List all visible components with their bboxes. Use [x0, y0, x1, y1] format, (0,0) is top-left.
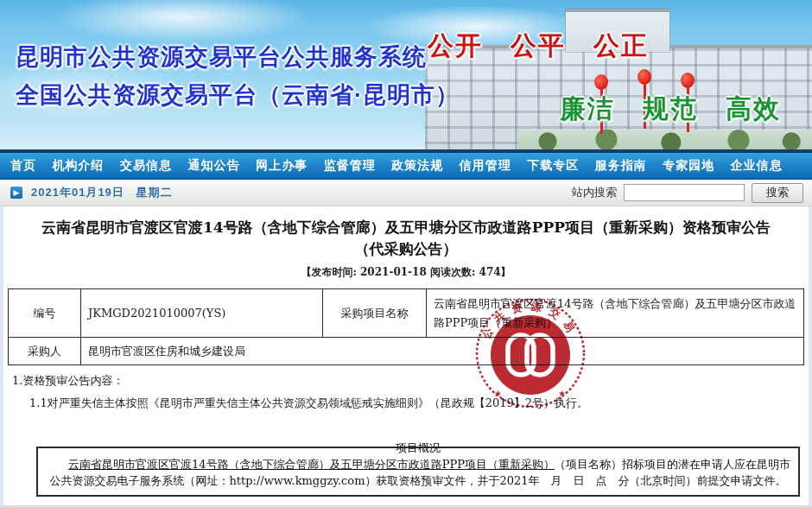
- nav-item-home[interactable]: 首页: [10, 158, 36, 174]
- cell-number-value: JKMGD2021010007(YS): [81, 289, 323, 338]
- table-row: 采购人 昆明市官渡区住房和城乡建设局: [9, 338, 804, 365]
- nav-item-notices[interactable]: 通知公告: [188, 158, 240, 174]
- nav-item-supervision[interactable]: 监督管理: [324, 158, 376, 174]
- article-content: 云南省昆明市官渡区官渡14号路（含地下综合管廊）及五甲塘分区市政道路PPP项目（…: [0, 206, 812, 505]
- nav-item-enterprise-info[interactable]: 企业信息: [731, 158, 783, 174]
- cell-project-name-value: 云南省昆明市官渡区官渡14号路（含地下综合管廊）及五甲塘分区市政道路PPP项目（…: [427, 289, 804, 338]
- table-row: 编号 JKMGD2021010007(YS) 采购项目名称 云南省昆明市官渡区官…: [9, 289, 804, 338]
- red-lantern-decoration: [638, 69, 651, 85]
- red-lantern-decoration: [681, 73, 695, 88]
- publish-info: 【发布时间: 2021-01-18 阅读次数: 474】: [3, 265, 809, 280]
- project-overview-box: 项目概况 云南省昆明市官渡区官渡14号路（含地下综合管廊）及五甲塘分区市政道路P…: [36, 447, 800, 497]
- trees-decoration: [518, 130, 812, 149]
- nav-item-about[interactable]: 机构介绍: [53, 158, 105, 174]
- project-info-table: 编号 JKMGD2021010007(YS) 采购项目名称 云南省昆明市官渡区官…: [8, 288, 804, 365]
- page: 昆明市公共资源交易平台公共服务系统 全国公共资源交易平台（云南省·昆明市） 公开…: [0, 0, 812, 507]
- overview-indent: [46, 458, 68, 471]
- overview-heading: 项目概况: [396, 440, 441, 456]
- cell-purchaser-value: 昆明市官渡区住房和城乡建设局: [81, 338, 804, 365]
- nav-item-service-guide[interactable]: 服务指南: [595, 158, 647, 174]
- play-bullet-icon: ▶: [10, 187, 22, 199]
- red-lantern-decoration: [594, 74, 608, 90]
- nav-item-downloads[interactable]: 下载专区: [527, 158, 579, 174]
- search-button[interactable]: 搜索: [752, 183, 803, 203]
- overview-text: 云南省昆明市官渡区官渡14号路（含地下综合管廊）及五甲塘分区市政道路PPP项目（…: [45, 456, 791, 489]
- cell-purchaser-label: 采购人: [9, 338, 81, 365]
- cell-number-label: 编号: [9, 289, 81, 338]
- nav-item-policies[interactable]: 政策法规: [391, 158, 443, 174]
- slogan-open-fair-just: 公开 公平 公正: [428, 29, 649, 64]
- page-title: 云南省昆明市官渡区官渡14号路（含地下综合管廊）及五甲塘分区市政道路PPP项目（…: [3, 206, 809, 260]
- site-title-line2: 全国公共资源交易平台（云南省·昆明市）: [16, 79, 460, 111]
- nav-item-online-services[interactable]: 网上办事: [256, 158, 308, 174]
- overview-project-name: 云南省昆明市官渡区官渡14号路（含地下综合管廊）及五甲塘分区市政道路PPP项目（…: [68, 458, 555, 471]
- slogan-clean-standard-efficient: 廉洁 规范 高效: [560, 92, 781, 127]
- search-input[interactable]: [624, 184, 745, 201]
- cloud-decoration: [52, 0, 311, 43]
- nav-item-trade-info[interactable]: 交易信息: [120, 158, 172, 174]
- section-1-item: 1.1对严重失信主体按照《昆明市严重失信主体公共资源交易领域惩戒实施细则》（昆政…: [3, 390, 809, 412]
- site-title-line1: 昆明市公共资源交易平台公共服务系统: [16, 41, 427, 73]
- cell-project-name-label: 采购项目名称: [323, 289, 427, 338]
- site-search: 站内搜索 搜索: [572, 183, 803, 203]
- main-nav: 首页 机构介绍 交易信息 通知公告 网上办事 监督管理 政策法规 信用管理 下载…: [0, 153, 812, 180]
- section-1-title: 1.资格预审公告内容：: [3, 365, 809, 390]
- search-label: 站内搜索: [572, 185, 617, 200]
- nav-item-credit[interactable]: 信用管理: [460, 158, 511, 174]
- nav-item-experts[interactable]: 专家园地: [663, 158, 714, 174]
- site-header-banner: 昆明市公共资源交易平台公共服务系统 全国公共资源交易平台（云南省·昆明市） 公开…: [0, 0, 812, 149]
- date-search-bar: ▶ 2021年01月19日 星期二 站内搜索 搜索: [0, 180, 812, 206]
- current-date: 2021年01月19日 星期二: [31, 185, 173, 200]
